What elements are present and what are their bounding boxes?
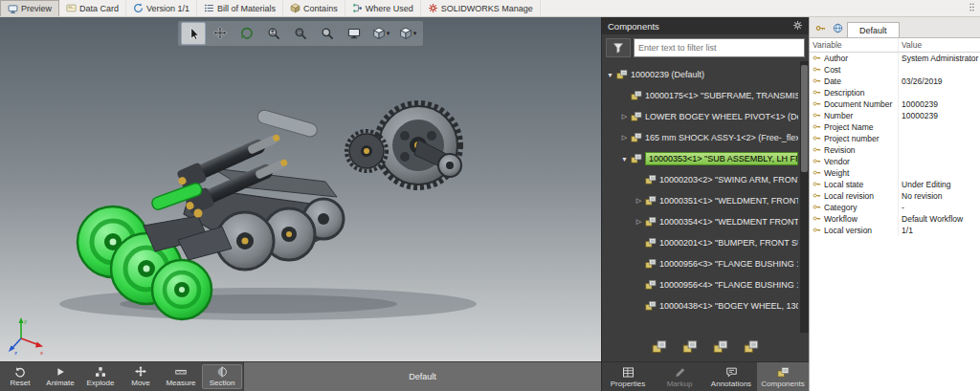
assembly-view-button-2[interactable] bbox=[682, 339, 698, 355]
zoom-area-tool[interactable] bbox=[288, 22, 313, 45]
tree-item[interactable]: ▼10000239 (Default) bbox=[602, 64, 809, 85]
tab-version[interactable]: Version 1/1 bbox=[126, 0, 197, 16]
property-row[interactable]: Cost bbox=[810, 64, 980, 76]
filter-input[interactable] bbox=[634, 38, 805, 57]
display-style-tool[interactable] bbox=[342, 22, 367, 45]
component-icon bbox=[631, 153, 642, 164]
move-button[interactable]: Move bbox=[122, 364, 160, 389]
tree-item[interactable]: 10000956<4> "FLANGE BUSHING 16x20x10 bbox=[602, 274, 809, 295]
tree-item[interactable]: ▷165 mm SHOCK ASSY-1<2> (Free-_flexible1… bbox=[602, 127, 809, 148]
tree-collapsed-arrow-icon[interactable]: ▷ bbox=[619, 113, 630, 120]
property-row[interactable]: Project Name bbox=[810, 121, 980, 133]
assembly-view-button-4[interactable] bbox=[744, 339, 759, 355]
panel-settings-button[interactable] bbox=[792, 20, 803, 33]
variables-button[interactable] bbox=[813, 20, 828, 35]
3d-viewport[interactable]: ▾▾ y x z bbox=[0, 17, 601, 361]
viewer-actions-toolbar: ResetAnimateExplodeMoveMeasureSection bbox=[0, 362, 243, 391]
reset-button[interactable]: Reset bbox=[1, 364, 39, 389]
assembly-view-button-1[interactable] bbox=[652, 339, 667, 355]
markup-icon bbox=[674, 366, 686, 379]
viewer-column: ▾▾ y x z ResetAnimateExplodeMoveMeasureS… bbox=[0, 17, 601, 391]
tree-item[interactable]: ▷10000351<1> "WELDMENT, FRONT BOGEY W bbox=[602, 190, 809, 211]
cross-shaft[interactable] bbox=[256, 108, 319, 138]
component-icon bbox=[645, 216, 657, 228]
tree-item[interactable]: 10000203<2> "SWING ARM, FRONT" (Defau bbox=[602, 169, 809, 190]
tab-where-used[interactable]: Where Used bbox=[345, 0, 421, 16]
property-name: Category bbox=[824, 203, 858, 212]
property-row[interactable]: WorkflowDefault Workflow bbox=[810, 213, 980, 225]
3d-model[interactable] bbox=[0, 17, 601, 361]
animate-button[interactable]: Animate bbox=[41, 364, 79, 389]
panel-tab-components[interactable]: Components bbox=[757, 362, 809, 391]
measure-icon bbox=[175, 366, 187, 378]
tab-bill-of-materials[interactable]: Bill of Materials bbox=[197, 0, 283, 16]
tree-item[interactable]: 10000956<3> "FLANGE BUSHING 16x20x10 bbox=[602, 253, 809, 274]
tree-item[interactable]: 10000175<1> "SUBFRAME, TRANSMISSION SID bbox=[602, 85, 809, 106]
version-icon bbox=[133, 3, 144, 13]
tree-collapsed-arrow-icon[interactable]: ▷ bbox=[634, 197, 644, 205]
tree-collapsed-arrow-icon[interactable]: ▷ bbox=[634, 218, 644, 226]
zoom-fit-tool[interactable] bbox=[315, 22, 340, 45]
panel-tab-properties[interactable]: Properties bbox=[602, 362, 654, 391]
button-label: Measure bbox=[166, 379, 195, 387]
tab-solidworks-manage[interactable]: SOLIDWORKS Manage bbox=[421, 0, 541, 16]
explode-icon bbox=[95, 366, 106, 378]
rotate-tool[interactable] bbox=[234, 22, 259, 45]
zoom-in-out-tool[interactable] bbox=[261, 22, 286, 45]
property-row[interactable]: AuthorSystem Administrator bbox=[810, 53, 980, 65]
configuration-bar[interactable]: Default bbox=[243, 362, 601, 391]
property-row[interactable]: Revision bbox=[810, 144, 980, 156]
property-value: System Administrator bbox=[899, 53, 980, 65]
property-row[interactable]: Vendor bbox=[810, 156, 980, 167]
variable-icon bbox=[813, 99, 821, 108]
property-row[interactable]: Date03/26/2019 bbox=[810, 76, 980, 87]
explode-button[interactable]: Explode bbox=[81, 364, 120, 389]
variable-icon bbox=[813, 168, 821, 177]
standard-views-tool[interactable]: ▾ bbox=[395, 22, 420, 45]
property-name: Author bbox=[824, 54, 848, 63]
panel-tab-annotations[interactable]: Annotations bbox=[705, 362, 757, 391]
view-orientation-tool[interactable]: ▾ bbox=[368, 22, 393, 45]
more-options-button[interactable] bbox=[967, 2, 977, 12]
tab-default-card[interactable]: Default bbox=[847, 22, 900, 37]
property-row[interactable]: Weight bbox=[810, 167, 980, 179]
filter-button[interactable] bbox=[606, 38, 631, 57]
tree-item[interactable]: 10000438<1> "BOGEY WHEEL, 130mm" (Def bbox=[602, 295, 809, 316]
dropdown-caret-icon[interactable]: ▾ bbox=[413, 30, 417, 37]
tree-scrollbar-thumb[interactable] bbox=[801, 65, 808, 172]
orientation-triad: y x z bbox=[8, 315, 46, 356]
variable-icon bbox=[813, 191, 821, 200]
tree-expanded-arrow-icon[interactable]: ▼ bbox=[619, 156, 630, 163]
property-row[interactable]: Local version1/1 bbox=[810, 225, 980, 236]
dropdown-caret-icon[interactable]: ▾ bbox=[387, 30, 390, 37]
svg-text:x: x bbox=[40, 350, 43, 356]
assembly-view-button-3[interactable] bbox=[713, 339, 728, 355]
tab-label: SOLIDWORKS Manage bbox=[441, 4, 533, 13]
property-row[interactable]: Category- bbox=[810, 202, 980, 213]
property-row[interactable]: Project number bbox=[810, 133, 980, 144]
tree-item[interactable]: ▷LOWER BOGEY WHEEL PIVOT<1> (Default-_fl… bbox=[602, 106, 809, 127]
mid-sprocket[interactable] bbox=[346, 131, 387, 171]
property-name: Project number bbox=[824, 134, 880, 143]
tree-item[interactable]: 10000201<1> "BUMPER, FRONT SUSPENSIO bbox=[602, 232, 809, 253]
property-row[interactable]: Local revisionNo revision bbox=[810, 190, 980, 202]
section-button[interactable]: Section bbox=[202, 364, 242, 389]
select-tool[interactable] bbox=[181, 22, 206, 45]
property-row[interactable]: Description bbox=[810, 87, 980, 98]
property-row[interactable]: Local stateUnder Editing bbox=[810, 179, 980, 190]
tree-item[interactable]: ▼10000353<1> "SUB ASSEMBLY, LH FRONT SUS bbox=[602, 148, 809, 169]
language-button[interactable] bbox=[830, 20, 845, 35]
component-icon bbox=[631, 111, 642, 122]
tab-data-card[interactable]: Data Card bbox=[59, 0, 126, 16]
tab-preview[interactable]: Preview bbox=[0, 0, 59, 16]
property-row[interactable]: Number10000239 bbox=[810, 110, 980, 121]
tree-expanded-arrow-icon[interactable]: ▼ bbox=[605, 72, 615, 78]
measure-button[interactable]: Measure bbox=[162, 364, 200, 389]
tab-contains[interactable]: Contains bbox=[283, 0, 345, 16]
tree-scrollbar[interactable] bbox=[800, 61, 809, 333]
viewer-bottom-bar: ResetAnimateExplodeMoveMeasureSection De… bbox=[0, 361, 601, 391]
pan-tool[interactable] bbox=[208, 22, 233, 45]
tree-item[interactable]: ▷10000354<1> "WELDMENT FRONT SWINGA bbox=[602, 211, 809, 232]
tree-collapsed-arrow-icon[interactable]: ▷ bbox=[619, 134, 630, 141]
property-row[interactable]: Document Number10000239 bbox=[810, 98, 980, 110]
